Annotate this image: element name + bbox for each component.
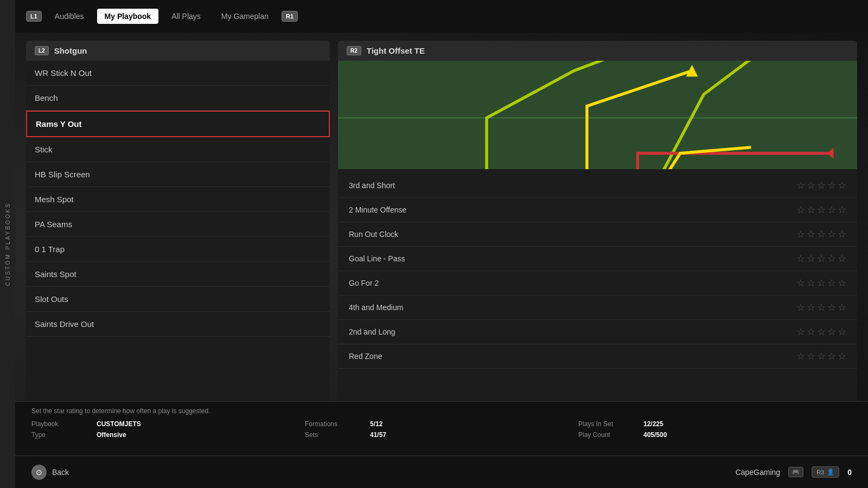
star-2[interactable]: ☆ (817, 204, 826, 216)
star-4[interactable]: ☆ (838, 204, 846, 216)
back-button[interactable]: ⊙ Back (31, 465, 69, 480)
tab-audibles[interactable]: Audibles (47, 9, 92, 24)
situation-item-2nd-long[interactable]: 2nd and Long☆☆☆☆☆ (338, 320, 857, 344)
star-1[interactable]: ☆ (807, 228, 815, 240)
star-3[interactable]: ☆ (827, 326, 836, 338)
star-3[interactable]: ☆ (827, 277, 836, 289)
main-content: L2 Shotgun WR Stick N OutBenchRams Y Out… (15, 33, 868, 423)
star-0[interactable]: ☆ (796, 179, 805, 191)
info-label: Type (31, 431, 86, 439)
right-panel: R2 Tight Offset TE 0 5 0 4 4 5 (338, 41, 857, 415)
info-row-sets: Sets41/57 (305, 431, 578, 439)
situation-item-2min-offense[interactable]: 2 Minute Offense☆☆☆☆☆ (338, 198, 857, 222)
star-4[interactable]: ☆ (838, 253, 846, 265)
star-rating-red-zone[interactable]: ☆☆☆☆☆ (796, 350, 846, 362)
r1-badge: R1 (282, 11, 298, 22)
back-label: Back (52, 468, 69, 477)
r2-badge: R2 (347, 46, 361, 55)
formation-header: L2 Shotgun (26, 41, 330, 61)
play-list: WR Stick N OutBenchRams Y OutStickHB Sli… (26, 61, 330, 337)
play-item-0-1-trap[interactable]: 0 1 Trap (26, 237, 330, 262)
star-4[interactable]: ☆ (838, 228, 846, 240)
star-1[interactable]: ☆ (807, 301, 815, 313)
star-3[interactable]: ☆ (827, 179, 836, 191)
situation-item-4th-medium[interactable]: 4th and Medium☆☆☆☆☆ (338, 296, 857, 320)
star-rating-run-out-clock[interactable]: ☆☆☆☆☆ (796, 228, 846, 240)
star-0[interactable]: ☆ (796, 228, 805, 240)
tab-all-plays[interactable]: All Plays (164, 9, 208, 24)
star-1[interactable]: ☆ (807, 326, 815, 338)
info-value: CUSTOMJETS (97, 420, 141, 428)
tab-my-gameplan[interactable]: My Gameplan (214, 9, 276, 24)
star-3[interactable]: ☆ (827, 350, 836, 362)
play-item-rams-y-out[interactable]: Rams Y Out (26, 111, 330, 137)
play-item-saints-drive-out[interactable]: Saints Drive Out (26, 312, 330, 337)
situation-name-2min-offense: 2 Minute Offense (349, 206, 406, 214)
play-diagram: 0 5 0 4 4 5 X (338, 61, 857, 169)
star-2[interactable]: ☆ (817, 277, 826, 289)
star-1[interactable]: ☆ (807, 350, 815, 362)
star-3[interactable]: ☆ (827, 301, 836, 313)
star-0[interactable]: ☆ (796, 350, 805, 362)
star-4[interactable]: ☆ (838, 326, 846, 338)
star-2[interactable]: ☆ (817, 326, 826, 338)
situation-name-red-zone: Red Zone (349, 352, 382, 361)
situation-name-run-out-clock: Run Out Clock (349, 230, 398, 239)
star-1[interactable]: ☆ (807, 204, 815, 216)
star-rating-2nd-long[interactable]: ☆☆☆☆☆ (796, 326, 846, 338)
star-rating-go-for-2[interactable]: ☆☆☆☆☆ (796, 277, 846, 289)
situations-list: 3rd and Short☆☆☆☆☆2 Minute Offense☆☆☆☆☆R… (338, 169, 857, 415)
star-1[interactable]: ☆ (807, 253, 815, 265)
play-item-stick[interactable]: Stick (26, 137, 330, 162)
situation-item-3rd-short[interactable]: 3rd and Short☆☆☆☆☆ (338, 174, 857, 198)
situation-item-run-out-clock[interactable]: Run Out Clock☆☆☆☆☆ (338, 222, 857, 247)
l2-badge: L2 (35, 46, 49, 55)
star-2[interactable]: ☆ (817, 228, 826, 240)
star-0[interactable]: ☆ (796, 253, 805, 265)
side-label: CUSTOM PLAYBOOKS (0, 0, 15, 488)
star-rating-3rd-short[interactable]: ☆☆☆☆☆ (796, 179, 846, 191)
play-item-mesh-spot[interactable]: Mesh Spot (26, 187, 330, 212)
tab-my-playbook[interactable]: My Playbook (97, 9, 159, 24)
star-4[interactable]: ☆ (838, 301, 846, 313)
star-3[interactable]: ☆ (827, 204, 836, 216)
star-4[interactable]: ☆ (838, 350, 846, 362)
play-item-bench[interactable]: Bench (26, 86, 330, 111)
info-value: 41/57 (370, 431, 386, 439)
info-label: Plays In Set (578, 420, 633, 428)
play-item-pa-seams[interactable]: PA Seams (26, 212, 330, 237)
situation-name-go-for-2: Go For 2 (349, 279, 379, 287)
info-value: 5/12 (370, 420, 382, 428)
situation-item-go-for-2[interactable]: Go For 2☆☆☆☆☆ (338, 271, 857, 296)
situation-item-red-zone[interactable]: Red Zone☆☆☆☆☆ (338, 344, 857, 369)
star-2[interactable]: ☆ (817, 179, 826, 191)
star-4[interactable]: ☆ (838, 277, 846, 289)
star-1[interactable]: ☆ (807, 277, 815, 289)
situation-name-goal-line-pass: Goal Line - Pass (349, 254, 405, 263)
star-2[interactable]: ☆ (817, 301, 826, 313)
star-rating-4th-medium[interactable]: ☆☆☆☆☆ (796, 301, 846, 313)
play-formation: Tight Offset TE (367, 46, 425, 55)
star-0[interactable]: ☆ (796, 326, 805, 338)
star-3[interactable]: ☆ (827, 228, 836, 240)
star-1[interactable]: ☆ (807, 179, 815, 191)
star-rating-goal-line-pass[interactable]: ☆☆☆☆☆ (796, 253, 846, 265)
info-label: Play Count (578, 431, 633, 439)
star-2[interactable]: ☆ (817, 253, 826, 265)
star-rating-2min-offense[interactable]: ☆☆☆☆☆ (796, 204, 846, 216)
star-0[interactable]: ☆ (796, 204, 805, 216)
situation-item-goal-line-pass[interactable]: Goal Line - Pass☆☆☆☆☆ (338, 247, 857, 271)
play-item-hb-slip-screen[interactable]: HB Slip Screen (26, 162, 330, 187)
bottom-info: Set the star rating to determine how oft… (15, 401, 868, 455)
platform-badge: 🎮 (788, 467, 803, 477)
star-3[interactable]: ☆ (827, 253, 836, 265)
star-2[interactable]: ☆ (817, 350, 826, 362)
play-list-scroll[interactable]: WR Stick N OutBenchRams Y OutStickHB Sli… (26, 61, 330, 411)
play-item-slot-outs[interactable]: Slot Outs (26, 287, 330, 312)
star-0[interactable]: ☆ (796, 277, 805, 289)
star-4[interactable]: ☆ (838, 179, 846, 191)
play-item-wr-stick-n-out[interactable]: WR Stick N Out (26, 61, 330, 86)
play-item-saints-spot[interactable]: Saints Spot (26, 262, 330, 287)
star-0[interactable]: ☆ (796, 301, 805, 313)
right-panel-header: R2 Tight Offset TE (338, 41, 857, 61)
